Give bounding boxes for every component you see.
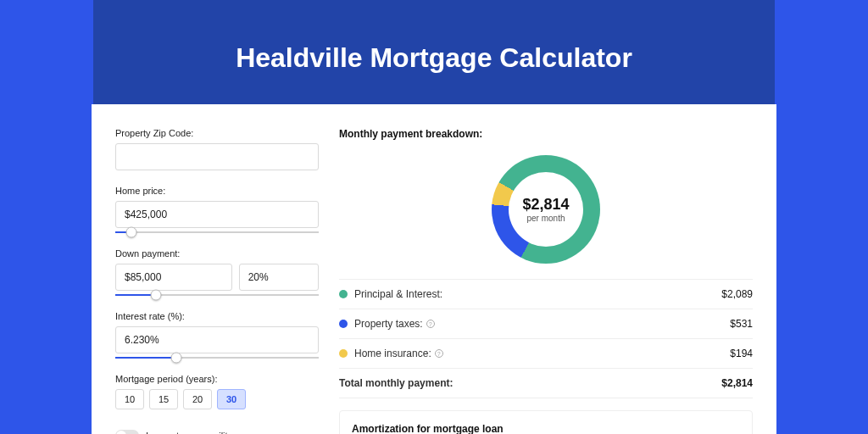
calculator-card: Property Zip Code: Home price: Down paym… bbox=[92, 104, 776, 434]
down-percent-input[interactable] bbox=[239, 264, 319, 291]
period-option-15[interactable]: 15 bbox=[149, 389, 178, 409]
result-column: Monthly payment breakdown: $2,814 per mo… bbox=[339, 128, 753, 434]
down-field: Down payment: bbox=[115, 248, 319, 296]
period-label: Mortgage period (years): bbox=[115, 374, 319, 384]
period-option-20[interactable]: 20 bbox=[183, 389, 212, 409]
legend: Principal & Interest: $2,089 Property ta… bbox=[339, 279, 753, 398]
zip-input[interactable] bbox=[115, 143, 319, 170]
price-input[interactable] bbox=[115, 201, 319, 228]
down-amount-input[interactable] bbox=[115, 264, 232, 291]
amortization-card: Amortization for mortgage loan Amortizat… bbox=[339, 410, 753, 434]
rate-input[interactable] bbox=[115, 326, 319, 353]
zip-label: Property Zip Code: bbox=[115, 128, 319, 138]
price-slider[interactable] bbox=[115, 231, 319, 233]
donut-amount: $2,814 bbox=[522, 196, 569, 214]
info-icon[interactable]: ? bbox=[426, 320, 435, 328]
down-label: Down payment: bbox=[115, 248, 319, 259]
legend-label-text: Property taxes: bbox=[354, 318, 423, 330]
legend-dot bbox=[339, 290, 348, 298]
legend-row-principal: Principal & Interest: $2,089 bbox=[339, 280, 753, 309]
legend-value: $194 bbox=[730, 348, 753, 359]
price-label: Home price: bbox=[115, 186, 319, 196]
legend-label: Principal & Interest: bbox=[354, 288, 721, 300]
legend-total-label: Total monthly payment: bbox=[339, 377, 721, 389]
legend-total-value: $2,814 bbox=[721, 377, 753, 389]
rate-slider-fill bbox=[115, 357, 176, 359]
legend-label: Property taxes: ? bbox=[354, 318, 730, 330]
veteran-label: I am veteran or military bbox=[146, 431, 241, 434]
donut-sub: per month bbox=[526, 214, 565, 223]
legend-value: $531 bbox=[730, 318, 753, 330]
donut-center: $2,814 per month bbox=[509, 172, 583, 247]
form-column: Property Zip Code: Home price: Down paym… bbox=[115, 128, 319, 434]
info-icon[interactable]: ? bbox=[435, 349, 443, 358]
legend-row-taxes: Property taxes: ? $531 bbox=[339, 309, 753, 339]
rate-label: Interest rate (%): bbox=[115, 311, 319, 321]
down-slider-thumb[interactable] bbox=[151, 290, 162, 301]
down-slider[interactable] bbox=[115, 294, 319, 296]
legend-dot bbox=[339, 320, 348, 328]
veteran-toggle-row: I am veteran or military bbox=[115, 430, 319, 434]
price-field: Home price: bbox=[115, 186, 319, 233]
legend-row-total: Total monthly payment: $2,814 bbox=[339, 369, 753, 398]
legend-label: Home insurance: ? bbox=[354, 348, 730, 359]
legend-row-insurance: Home insurance: ? $194 bbox=[339, 339, 753, 369]
legend-dot bbox=[339, 349, 348, 358]
price-slider-thumb[interactable] bbox=[126, 227, 137, 238]
rate-slider-thumb[interactable] bbox=[171, 353, 182, 364]
legend-label-text: Home insurance: bbox=[354, 348, 431, 359]
period-option-10[interactable]: 10 bbox=[115, 389, 144, 409]
donut-chart-wrap: $2,814 per month bbox=[339, 155, 753, 264]
amortization-title: Amortization for mortgage loan bbox=[352, 423, 740, 434]
zip-field: Property Zip Code: bbox=[115, 128, 319, 170]
rate-slider[interactable] bbox=[115, 357, 319, 359]
donut-chart: $2,814 per month bbox=[492, 155, 600, 264]
veteran-toggle[interactable] bbox=[115, 430, 139, 434]
period-field: Mortgage period (years): 10 15 20 30 bbox=[115, 374, 319, 409]
breakdown-title: Monthly payment breakdown: bbox=[339, 128, 753, 140]
page-title: Healdville Mortgage Calculator bbox=[93, 42, 775, 74]
hero-band: Healdville Mortgage Calculator Property … bbox=[93, 0, 775, 434]
rate-field: Interest rate (%): bbox=[115, 311, 319, 359]
legend-value: $2,089 bbox=[721, 288, 753, 300]
period-options: 10 15 20 30 bbox=[115, 389, 319, 409]
period-option-30[interactable]: 30 bbox=[217, 389, 246, 409]
